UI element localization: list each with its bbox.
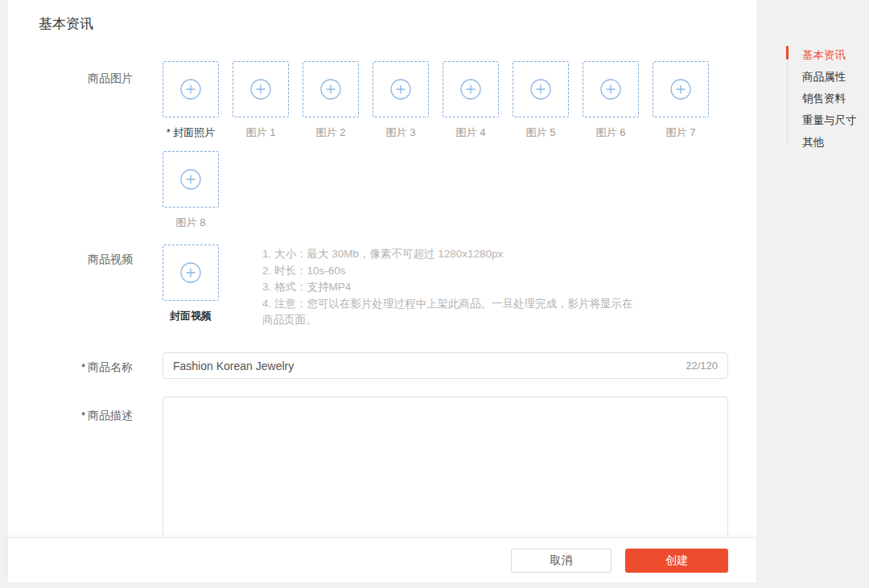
product-description-content: 0/5000 — [163, 397, 728, 537]
product-description-row: *商品描述 0/5000 — [8, 397, 756, 537]
cover-photo-label: * 封面照片 — [167, 126, 216, 138]
cover-video-slot: 封面视频 — [163, 245, 219, 322]
plus-icon — [390, 79, 411, 100]
cover-video-upload-box[interactable] — [163, 245, 219, 301]
video-upload-notes: 1. 大小：最大 30Mb，像素不可超过 1280x1280px 2. 时长：1… — [262, 245, 642, 335]
cover-video-label: 封面视频 — [170, 310, 212, 322]
product-images-row: 商品图片 * 封面照片 图片 1 — [8, 61, 756, 241]
image-slot-2: 图片 2 — [303, 61, 359, 138]
product-images-content: * 封面照片 图片 1 图片 2 — [163, 61, 728, 241]
product-name-input-wrap: 22/120 — [163, 352, 728, 379]
image-upload-box-6[interactable] — [583, 61, 639, 117]
plus-icon — [180, 79, 201, 100]
image-slot-4: 图片 4 — [443, 61, 499, 138]
plus-icon — [600, 79, 621, 100]
product-name-label: *商品名称 — [8, 352, 133, 375]
name-char-counter: 22/120 — [686, 360, 718, 372]
video-note-format: 3. 格式：支持MP4 — [262, 279, 642, 296]
plus-icon — [320, 79, 341, 100]
anchor-item-basic-info[interactable]: 基本资讯 — [787, 44, 857, 66]
product-video-row: 商品视频 封面视频 1. 大小：最大 30Mb，像素不可超过 1280x1280… — [8, 245, 756, 335]
image-slot-7: 图片 7 — [653, 61, 709, 138]
image-slot-5: 图片 5 — [513, 61, 569, 138]
product-name-row: *商品名称 22/120 — [8, 352, 756, 379]
image-slot-label: 图片 6 — [596, 126, 626, 138]
image-upload-box-5[interactable] — [513, 61, 569, 117]
image-slot-label: 图片 1 — [246, 126, 276, 138]
image-upload-box-8[interactable] — [163, 151, 219, 208]
anchor-item-weight-dimensions[interactable]: 重量与尺寸 — [787, 109, 857, 131]
image-slot-8: 图片 8 — [163, 151, 219, 228]
anchor-active-indicator — [786, 46, 789, 60]
required-mark: * — [81, 361, 85, 373]
video-note-duration: 2. 时长：10s-60s — [262, 263, 642, 280]
image-slot-6: 图片 6 — [583, 61, 639, 138]
plus-icon — [180, 169, 201, 190]
plus-icon — [180, 262, 201, 283]
product-name-content: 22/120 — [163, 352, 728, 379]
image-upload-box-3[interactable] — [373, 61, 429, 117]
image-slot-1: 图片 1 — [233, 61, 289, 138]
image-slot-grid: * 封面照片 图片 1 图片 2 — [163, 61, 728, 241]
product-create-page: { "accent_color": "#ee4d2d", "page": { "… — [0, 0, 869, 588]
cancel-button[interactable]: 取消 — [511, 549, 612, 573]
image-slot-3: 图片 3 — [373, 61, 429, 138]
image-upload-box-7[interactable] — [653, 61, 709, 117]
section-title: 基本资讯 — [39, 14, 756, 33]
plus-icon — [250, 79, 271, 100]
cover-photo-upload-box[interactable] — [163, 61, 219, 117]
product-name-input[interactable] — [173, 360, 677, 372]
basic-info-card: 基本资讯 商品图片 * 封面照片 图片 1 — [8, 0, 756, 537]
required-mark: * — [167, 126, 171, 138]
anchor-item-others[interactable]: 其他 — [787, 131, 857, 153]
image-slot-label: 图片 8 — [176, 216, 206, 228]
product-video-label: 商品视频 — [8, 245, 133, 266]
footer-action-bar: 取消 创建 — [8, 537, 756, 582]
product-description-textarea[interactable] — [163, 397, 728, 537]
image-slot-label: 图片 2 — [316, 126, 346, 138]
product-description-label: *商品描述 — [8, 397, 133, 423]
product-video-content: 封面视频 1. 大小：最大 30Mb，像素不可超过 1280x1280px 2.… — [163, 245, 728, 335]
plus-icon — [670, 79, 691, 100]
anchor-item-attributes[interactable]: 商品属性 — [787, 66, 857, 88]
image-slot-label: 图片 3 — [386, 126, 416, 138]
product-images-label: 商品图片 — [8, 61, 133, 85]
cover-photo-slot: * 封面照片 — [163, 61, 219, 138]
image-slot-label: 图片 5 — [526, 126, 556, 138]
section-anchor-nav: 基本资讯 商品属性 销售资料 重量与尺寸 其他 — [787, 44, 857, 153]
image-upload-box-1[interactable] — [233, 61, 289, 117]
anchor-item-sales-info[interactable]: 销售资料 — [787, 88, 857, 109]
plus-icon — [460, 79, 481, 100]
required-mark: * — [81, 409, 85, 421]
anchor-nav-track — [787, 46, 788, 144]
image-upload-box-4[interactable] — [443, 61, 499, 117]
image-upload-box-2[interactable] — [303, 61, 359, 117]
create-button[interactable]: 创建 — [625, 549, 728, 573]
video-note-size: 1. 大小：最大 30Mb，像素不可超过 1280x1280px — [262, 246, 642, 263]
plus-icon — [530, 79, 551, 100]
image-slot-label: 图片 4 — [456, 126, 486, 138]
image-slot-label: 图片 7 — [666, 126, 696, 138]
video-note-warning: 4. 注意：您可以在影片处理过程中上架此商品。一旦处理完成，影片将显示在商品页面… — [262, 296, 642, 329]
